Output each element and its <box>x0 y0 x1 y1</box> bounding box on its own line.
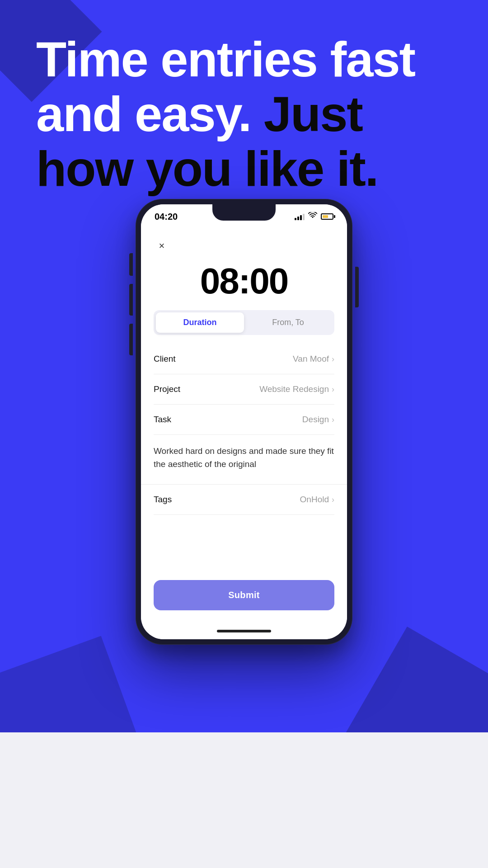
headline-line3: how you like it. <box>36 141 378 196</box>
mute-button <box>129 253 133 276</box>
time-value: 08:00 <box>200 261 288 301</box>
signal-bar-4 <box>303 214 305 220</box>
client-label: Client <box>154 354 176 364</box>
tab-duration[interactable]: Duration <box>156 312 244 333</box>
task-value-wrapper: Design › <box>302 415 334 425</box>
tags-chevron-icon: › <box>332 495 334 505</box>
app-content: × 08:00 Duration From, To <box>141 229 347 623</box>
project-value-wrapper: Website Redesign › <box>259 384 334 394</box>
project-row[interactable]: Project Website Redesign › <box>154 374 334 405</box>
bg-white-bottom <box>0 732 488 868</box>
signal-bars <box>295 213 305 220</box>
headline-line1: Time entries fast <box>36 31 415 87</box>
notes-area[interactable]: Worked hard on designs and made sure the… <box>141 435 347 485</box>
phone-side-buttons-right <box>355 267 359 307</box>
battery-fill <box>323 215 328 218</box>
time-display: 08:00 <box>141 259 347 310</box>
signal-bar-2 <box>297 217 299 220</box>
client-value-wrapper: Van Moof › <box>293 354 334 364</box>
notch <box>212 204 276 221</box>
status-icons <box>295 212 333 221</box>
power-button <box>355 267 359 307</box>
client-row[interactable]: Client Van Moof › <box>154 344 334 374</box>
tags-label: Tags <box>154 495 172 505</box>
tab-switcher: Duration From, To <box>154 310 334 335</box>
close-icon: × <box>159 241 165 251</box>
phone-screen: 04:20 <box>141 204 347 639</box>
notes-text: Worked hard on designs and made sure the… <box>154 446 334 469</box>
signal-bar-1 <box>295 218 296 220</box>
project-chevron-icon: › <box>332 385 334 394</box>
form-section: Client Van Moof › Project Website Redesi… <box>141 344 347 435</box>
phone-side-buttons-left <box>129 253 133 355</box>
status-time: 04:20 <box>155 212 178 222</box>
signal-bar-3 <box>300 215 302 220</box>
task-value: Design <box>302 415 329 425</box>
volume-up-button <box>129 284 133 316</box>
tags-row[interactable]: Tags OnHold › <box>154 485 334 515</box>
wifi-icon <box>308 212 317 221</box>
tags-value-wrapper: OnHold › <box>300 495 334 505</box>
phone-mockup: 04:20 <box>136 199 352 645</box>
tags-section: Tags OnHold › <box>141 485 347 515</box>
client-value: Van Moof <box>293 354 329 364</box>
status-bar: 04:20 <box>141 204 347 229</box>
task-chevron-icon: › <box>332 415 334 425</box>
home-indicator <box>141 623 347 639</box>
task-row[interactable]: Task Design › <box>154 405 334 435</box>
headline: Time entries fast and easy. Just how you… <box>36 32 452 196</box>
battery-icon <box>321 213 333 220</box>
headline-line2-accent: Just <box>251 86 362 142</box>
project-label: Project <box>154 384 180 394</box>
task-label: Task <box>154 415 171 425</box>
app-header: × <box>141 229 347 259</box>
tab-from-to[interactable]: From, To <box>244 312 332 333</box>
empty-space <box>141 515 347 569</box>
home-bar <box>217 630 271 632</box>
volume-down-button <box>129 324 133 355</box>
client-chevron-icon: › <box>332 354 334 364</box>
headline-line2-white: and easy. <box>36 86 251 142</box>
project-value: Website Redesign <box>259 384 329 394</box>
phone-outer-frame: 04:20 <box>136 199 352 645</box>
submit-section: Submit <box>141 569 347 623</box>
close-button[interactable]: × <box>154 238 170 254</box>
tags-value: OnHold <box>300 495 329 505</box>
submit-button[interactable]: Submit <box>154 580 334 610</box>
